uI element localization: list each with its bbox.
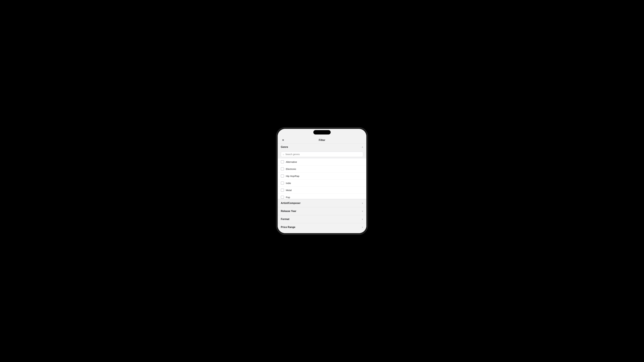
genre-label-electronic: Electronic xyxy=(286,168,296,170)
phone-frame: ✕ Filter Genre ∧ ⌕ xyxy=(276,128,368,234)
price-range-section-header[interactable]: Price Range ∨ xyxy=(278,223,366,231)
search-box[interactable]: ⌕ xyxy=(281,152,363,157)
format-section-header[interactable]: Format ∨ xyxy=(278,215,366,223)
search-input[interactable] xyxy=(285,153,361,156)
dynamic-island xyxy=(313,130,331,134)
release-year-title: Release Year xyxy=(281,210,296,213)
genre-list[interactable]: Alternative Electronic Hip Hop/Rap xyxy=(278,158,366,199)
genre-section-header[interactable]: Genre ∧ xyxy=(278,143,366,151)
list-item[interactable]: Electronic xyxy=(278,165,366,173)
search-icon: ⌕ xyxy=(283,153,284,156)
format-chevron-down-icon: ∨ xyxy=(362,218,363,220)
screen-content: ✕ Filter Genre ∧ ⌕ xyxy=(278,137,366,233)
price-range-title: Price Range xyxy=(281,226,295,229)
checkbox-hiphop[interactable] xyxy=(281,174,284,178)
genre-section: Genre ∧ ⌕ Alternative xyxy=(278,143,366,199)
release-year-section-header[interactable]: Release Year ∨ xyxy=(278,207,366,215)
genre-label-hiphop: Hip Hop/Rap xyxy=(286,175,299,177)
filter-header: ✕ Filter xyxy=(278,137,366,143)
close-icon: ✕ xyxy=(282,138,284,142)
checkbox-alternative[interactable] xyxy=(281,160,284,163)
checkbox-pop[interactable] xyxy=(281,196,284,199)
genre-label-pop: Pop xyxy=(286,196,290,199)
genre-label-indie: Indie xyxy=(286,182,291,184)
list-item[interactable]: Indie xyxy=(278,180,366,187)
release-year-chevron-down-icon: ∨ xyxy=(362,210,363,212)
genre-section-title: Genre xyxy=(281,146,288,148)
list-item[interactable]: Metal xyxy=(278,187,366,194)
genre-label-alternative: Alternative xyxy=(286,161,297,163)
genre-label-metal: Metal xyxy=(286,189,292,192)
price-range-chevron-down-icon: ∨ xyxy=(362,226,363,228)
collapsed-sections: Artist/Composer ∨ Release Year ∨ Format … xyxy=(278,199,366,231)
status-bar xyxy=(278,129,366,137)
phone-screen: ✕ Filter Genre ∧ ⌕ xyxy=(278,129,366,233)
checkbox-metal[interactable] xyxy=(281,189,284,192)
artist-composer-section-header[interactable]: Artist/Composer ∨ xyxy=(278,199,366,207)
checkbox-electronic[interactable] xyxy=(281,167,284,170)
list-item[interactable]: Pop xyxy=(278,194,366,199)
artist-composer-chevron-down-icon: ∨ xyxy=(362,202,363,204)
genre-chevron-up-icon: ∧ xyxy=(362,146,363,148)
genre-search-container: ⌕ xyxy=(278,151,366,158)
close-button[interactable]: ✕ xyxy=(281,138,285,142)
artist-composer-title: Artist/Composer xyxy=(281,202,300,205)
page-title: Filter xyxy=(319,139,325,142)
list-item[interactable]: Alternative xyxy=(278,158,366,165)
checkbox-indie[interactable] xyxy=(281,181,284,185)
filter-body[interactable]: Genre ∧ ⌕ Alternative xyxy=(278,143,366,233)
format-title: Format xyxy=(281,218,289,221)
list-item[interactable]: Hip Hop/Rap xyxy=(278,173,366,180)
